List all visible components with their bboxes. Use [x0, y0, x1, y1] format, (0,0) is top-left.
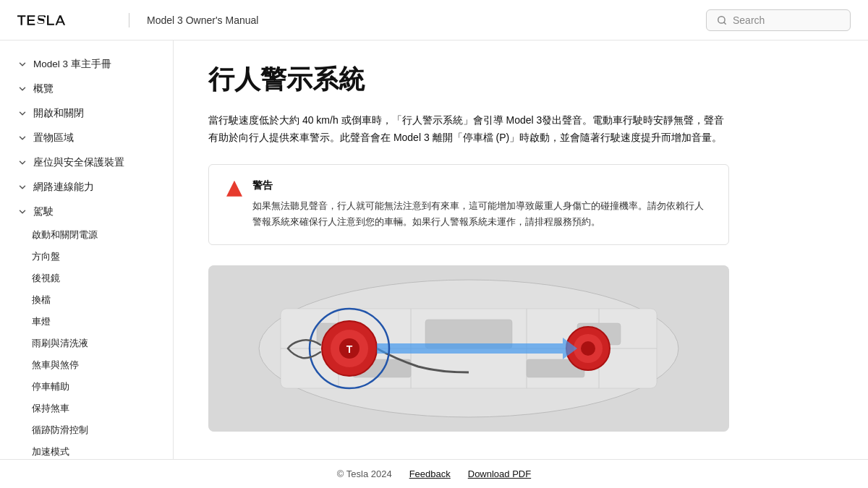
- sidebar-label: 座位與安全保護裝置: [33, 156, 124, 169]
- chevron-down-icon: [17, 108, 27, 119]
- sidebar-item-storage[interactable]: 置物區域: [0, 126, 173, 150]
- main-content: 行人警示系統 當行駛速度低於大約 40 km/h 或倒車時，「行人警示系統」會引…: [174, 40, 868, 459]
- svg-text:T: T: [346, 343, 353, 355]
- sidebar-sub-parking-assist[interactable]: 停車輔助: [0, 376, 173, 398]
- sidebar-sub-steering[interactable]: 方向盤: [0, 246, 173, 267]
- pedestrian-alert-diagram: T: [208, 265, 729, 432]
- chevron-down-icon: [17, 59, 27, 69]
- sidebar-label: 網路連線能力: [33, 181, 94, 194]
- warning-content: 警告 如果無法聽見聲音，行人就可能無法注意到有來車，這可能增加導致嚴重人身傷亡的…: [252, 179, 711, 230]
- warning-triangle-icon: [226, 181, 242, 197]
- svg-line-1: [724, 22, 726, 24]
- warning-box: 警告 如果無法聽見聲音，行人就可能無法注意到有來車，這可能增加導致嚴重人身傷亡的…: [208, 164, 729, 245]
- chevron-down-icon: [17, 158, 27, 168]
- footer-copyright: © Tesla 2024: [337, 468, 392, 479]
- sidebar-label: 駕駛: [33, 205, 54, 218]
- search-icon: [717, 15, 727, 25]
- sidebar-sub-wipers[interactable]: 雨刷與清洗液: [0, 333, 173, 354]
- svg-point-21: [581, 341, 595, 356]
- sidebar-label: Model 3 車主手冊: [33, 58, 111, 71]
- diagram-container: T: [208, 265, 729, 432]
- search-box[interactable]: Search: [706, 9, 851, 31]
- chevron-down-icon: [17, 182, 27, 192]
- sidebar-item-open-close[interactable]: 開啟和關閉: [0, 101, 173, 126]
- warning-text: 如果無法聽見聲音，行人就可能無法注意到有來車，這可能增加導致嚴重人身傷亡的碰撞機…: [252, 198, 711, 230]
- sidebar-sub-mirrors[interactable]: 後視鏡: [0, 267, 173, 289]
- footer: © Tesla 2024 Feedback Download PDF: [0, 459, 868, 488]
- manual-title: Model 3 Owner's Manual: [147, 14, 258, 26]
- chevron-down-icon: [17, 84, 27, 94]
- warning-icon-area: [226, 181, 242, 197]
- header: Model 3 Owner's Manual Search: [0, 0, 868, 40]
- feedback-link[interactable]: Feedback: [409, 468, 451, 479]
- search-placeholder: Search: [733, 14, 765, 26]
- download-pdf-link[interactable]: Download PDF: [468, 468, 531, 479]
- sidebar-sub-brakes[interactable]: 煞車與煞停: [0, 354, 173, 376]
- sidebar-label: 概覽: [33, 82, 54, 95]
- body-layout: Model 3 車主手冊 概覽 開啟和關閉 置物區域 座位與安全保護裝置 網路連…: [0, 40, 868, 459]
- sidebar-sub-traction[interactable]: 循跡防滑控制: [0, 419, 173, 441]
- sidebar-sub-power[interactable]: 啟動和關閉電源: [0, 224, 173, 246]
- sidebar-sub-lights[interactable]: 車燈: [0, 311, 173, 333]
- header-divider: [129, 13, 129, 27]
- sidebar-sub-hold-brake[interactable]: 保持煞車: [0, 398, 173, 419]
- sidebar-label: 置物區域: [33, 132, 74, 145]
- logo-area: Model 3 Owner's Manual: [17, 13, 258, 27]
- sidebar-label: 開啟和關閉: [33, 107, 84, 120]
- sidebar-item-driving[interactable]: 駕駛: [0, 200, 173, 224]
- chevron-down-icon: [17, 133, 27, 143]
- warning-title: 警告: [252, 179, 711, 192]
- sidebar-item-connectivity[interactable]: 網路連線能力: [0, 175, 173, 200]
- tesla-wordmark: [17, 13, 111, 27]
- sidebar: Model 3 車主手冊 概覽 開啟和關閉 置物區域 座位與安全保護裝置 網路連…: [0, 40, 174, 459]
- page-title: 行人警示系統: [208, 64, 833, 95]
- sidebar-sub-accel[interactable]: 加速模式: [0, 441, 173, 459]
- sidebar-item-seats[interactable]: 座位與安全保護裝置: [0, 150, 173, 175]
- intro-text: 當行駛速度低於大約 40 km/h 或倒車時，「行人警示系統」會引導 Model…: [208, 112, 729, 147]
- sidebar-sub-gear[interactable]: 換檔: [0, 289, 173, 311]
- chevron-down-icon: [17, 207, 27, 217]
- tesla-logo: [17, 13, 111, 27]
- sidebar-item-overview[interactable]: 概覽: [0, 77, 173, 101]
- sidebar-item-model3[interactable]: Model 3 車主手冊: [0, 52, 173, 77]
